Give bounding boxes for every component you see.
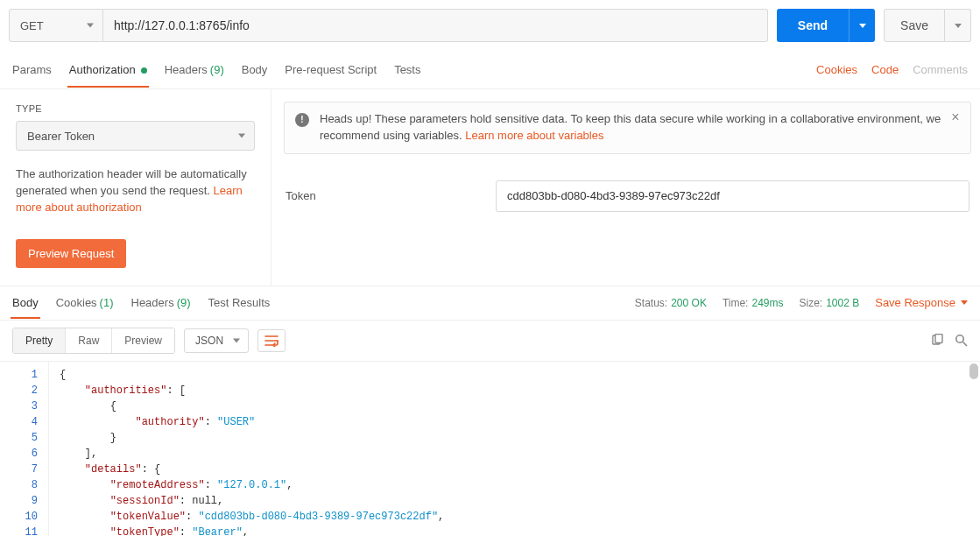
auth-description: The authorization header will be automat…: [16, 166, 255, 216]
preview-view-button[interactable]: Preview: [112, 328, 174, 353]
svg-line-6: [963, 342, 968, 347]
auth-left-pane: TYPE Bearer Token The authorization head…: [0, 89, 271, 286]
resp-headers-label: Headers: [131, 296, 174, 309]
tab-body[interactable]: Body: [242, 63, 268, 87]
request-links: Cookies Code Comments: [816, 63, 968, 76]
status-label: Status:: [635, 297, 667, 309]
close-icon[interactable]: ×: [946, 108, 965, 127]
body-right-icons: [931, 334, 968, 347]
cookies-link[interactable]: Cookies: [816, 63, 857, 76]
learn-more-variables-link[interactable]: Learn more about variables: [465, 129, 603, 142]
callout-text: Heads up! These parameters hold sensitiv…: [320, 111, 960, 145]
auth-type-select[interactable]: Bearer Token: [16, 121, 255, 151]
resp-headers-count: (9): [177, 296, 191, 309]
copy-icon[interactable]: [931, 334, 944, 347]
language-select[interactable]: JSON: [184, 328, 249, 353]
wrap-icon: [264, 335, 278, 347]
tab-pre-request-script[interactable]: Pre-request Script: [285, 63, 377, 87]
code-content: { "authorities": [ { "authority": "USER"…: [49, 362, 980, 536]
method-select[interactable]: GET: [9, 9, 103, 42]
status-value: 200 OK: [671, 297, 707, 309]
comments-link[interactable]: Comments: [913, 63, 968, 76]
time-value: 249ms: [751, 297, 783, 309]
resp-cookies-count: (1): [100, 296, 114, 309]
exclamation-icon: !: [295, 113, 309, 127]
save-response-label: Save Response: [875, 296, 955, 309]
auth-type-value: Bearer Token: [27, 130, 95, 143]
resp-tab-cookies[interactable]: Cookies(1): [56, 287, 114, 318]
token-input[interactable]: [496, 180, 969, 212]
raw-view-button[interactable]: Raw: [66, 328, 112, 353]
chevron-down-icon: [859, 24, 866, 28]
callout-body: Heads up! These parameters hold sensitiv…: [320, 112, 941, 142]
size-group: Size:1002 B: [799, 296, 859, 309]
scrollbar-thumb[interactable]: [969, 363, 978, 379]
url-input[interactable]: [103, 9, 768, 42]
resp-tab-test-results[interactable]: Test Results: [208, 287, 271, 318]
response-body-editor[interactable]: 1234567891011 { "authorities": [ { "auth…: [0, 362, 980, 536]
save-button[interactable]: Save: [884, 9, 945, 42]
svg-point-5: [956, 335, 963, 342]
send-dropdown-button[interactable]: [849, 9, 875, 42]
sensitive-data-callout: ! Heads up! These parameters hold sensit…: [284, 102, 971, 154]
tab-headers-label: Headers: [165, 63, 208, 76]
wrap-lines-button[interactable]: [257, 329, 286, 352]
send-button[interactable]: Send: [777, 9, 849, 42]
request-bar: GET Send Save: [0, 0, 980, 51]
token-label: Token: [286, 189, 496, 202]
language-value: JSON: [195, 335, 223, 347]
active-indicator-dot: [141, 67, 147, 74]
authorization-panel: TYPE Bearer Token The authorization head…: [0, 89, 980, 286]
send-button-group: Send: [777, 9, 875, 42]
resp-cookies-label: Cookies: [56, 296, 97, 309]
time-label: Time:: [723, 297, 749, 309]
chevron-down-icon: [87, 24, 94, 28]
resp-tab-body[interactable]: Body: [12, 287, 39, 318]
line-gutter: 1234567891011: [0, 362, 49, 536]
save-button-group: Save: [884, 9, 971, 42]
auth-desc-text: The authorization header will be automat…: [16, 167, 247, 197]
chevron-down-icon: [238, 134, 245, 138]
save-response-button[interactable]: Save Response: [875, 296, 968, 309]
method-label: GET: [20, 19, 44, 32]
code-link[interactable]: Code: [871, 63, 899, 76]
body-toolbar: Pretty Raw Preview JSON: [0, 321, 980, 362]
pretty-view-button[interactable]: Pretty: [13, 328, 66, 353]
chevron-down-icon: [955, 24, 962, 28]
time-group: Time:249ms: [723, 296, 784, 309]
tab-headers[interactable]: Headers(9): [165, 63, 224, 87]
request-tabs: Params Authorization Headers(9) Body Pre…: [0, 51, 980, 89]
tab-authorization-label: Authorization: [69, 63, 136, 76]
save-dropdown-button[interactable]: [945, 9, 971, 42]
preview-request-button[interactable]: Preview Request: [16, 239, 126, 268]
response-tabs: Body Cookies(1) Headers(9) Test Results …: [0, 286, 980, 321]
type-heading: TYPE: [16, 103, 255, 114]
tab-authorization[interactable]: Authorization: [69, 63, 147, 87]
auth-right-pane: ! Heads up! These parameters hold sensit…: [271, 89, 980, 286]
size-label: Size:: [799, 297, 822, 309]
svg-rect-4: [935, 335, 942, 343]
chevron-down-icon: [233, 338, 240, 342]
response-meta: Status:200 OK Time:249ms Size:1002 B Sav…: [635, 296, 968, 309]
headers-count: (9): [210, 63, 224, 76]
tab-params[interactable]: Params: [12, 63, 52, 87]
token-row: Token: [284, 180, 971, 212]
tab-tests[interactable]: Tests: [394, 63, 420, 87]
body-view-segment: Pretty Raw Preview: [12, 328, 175, 354]
search-icon[interactable]: [955, 334, 968, 347]
size-value: 1002 B: [826, 297, 859, 309]
chevron-down-icon: [961, 300, 968, 305]
resp-tab-headers[interactable]: Headers(9): [131, 287, 191, 318]
status-group: Status:200 OK: [635, 296, 707, 309]
